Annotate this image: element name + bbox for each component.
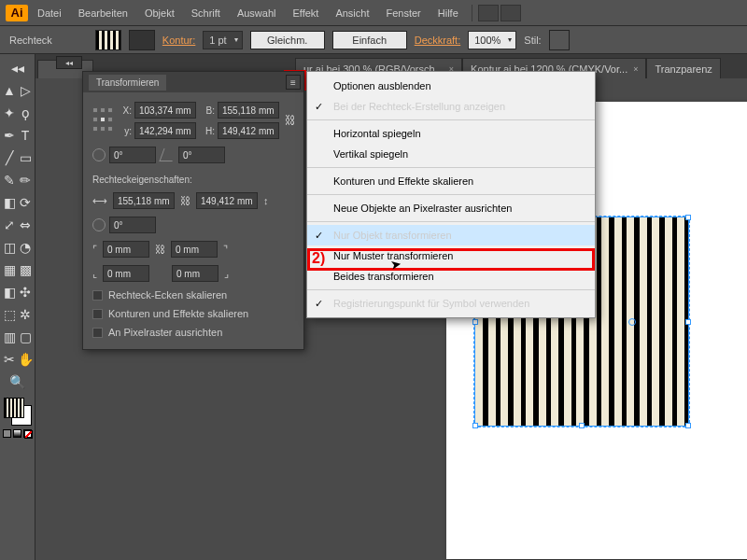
fill-swatch[interactable]: [95, 30, 121, 50]
align-pixel-checkbox[interactable]: An Pixelraster ausrichten: [92, 327, 294, 338]
dash-uniform-dropdown[interactable]: Gleichm.: [250, 31, 325, 49]
menu-view[interactable]: Ansicht: [328, 4, 376, 22]
width-tool[interactable]: ⇔: [19, 215, 33, 235]
mi-align-new[interactable]: Neue Objekte an Pixelraster ausrichten: [307, 198, 595, 218]
fill-stroke-indicator[interactable]: [4, 398, 32, 426]
mi-symbol-reg[interactable]: ✓Registrierungspunkt für Symbol verwende…: [307, 293, 595, 314]
reference-point[interactable]: [92, 107, 113, 133]
layout2-icon[interactable]: [500, 5, 521, 21]
scale-tool[interactable]: ⤢: [3, 215, 17, 235]
x-input[interactable]: 103,374 mm: [134, 102, 196, 119]
layout-icon[interactable]: [478, 5, 499, 21]
collapse-icon[interactable]: ◂◂: [6, 58, 30, 78]
line-tool[interactable]: ╱: [3, 147, 17, 168]
rect-h-input[interactable]: 149,412 mm: [196, 192, 258, 209]
x-label: X:: [119, 105, 132, 116]
rotate-input[interactable]: 0°: [109, 147, 156, 163]
color-mode-icons[interactable]: [3, 429, 32, 438]
perspective-tool[interactable]: ▦: [3, 259, 17, 280]
gradient-tool[interactable]: ◧: [3, 282, 17, 302]
panel-tab[interactable]: Transformieren: [89, 75, 166, 91]
graph-tool[interactable]: ▥: [3, 327, 17, 347]
corner-tr-input[interactable]: 0 mm: [171, 241, 218, 258]
hand-tool[interactable]: ✋: [19, 349, 33, 370]
menu-file[interactable]: Datei: [30, 4, 69, 22]
opacity-link[interactable]: Deckkraft:: [415, 35, 461, 46]
corner-tl-icon: ⌜: [92, 244, 97, 256]
rect-angle-input[interactable]: 0°: [109, 217, 156, 233]
check-icon: ✓: [315, 230, 323, 242]
mi-transform-both[interactable]: Beides transformieren: [307, 266, 595, 287]
link-icon[interactable]: ⛓: [180, 195, 190, 206]
free-tool[interactable]: ◫: [3, 237, 17, 258]
handle-r[interactable]: [685, 319, 691, 325]
close-icon[interactable]: ×: [633, 64, 638, 74]
mi-transform-object[interactable]: ✓Nur Objekt transformieren: [307, 225, 595, 245]
style-swatch[interactable]: [549, 30, 570, 50]
cursor-icon: ➤: [389, 256, 403, 273]
rect-w-input[interactable]: 155,118 mm: [113, 192, 175, 209]
stroke-link[interactable]: Kontur:: [162, 35, 195, 46]
corner-tl-input[interactable]: 0 mm: [103, 241, 149, 258]
rect-tool[interactable]: ▭: [19, 147, 33, 168]
slice-tool[interactable]: ✂: [3, 349, 17, 370]
stroke-weight-dropdown[interactable]: 1 pt: [203, 31, 242, 49]
mi-scale-strokes[interactable]: Konturen und Effekte skalieren: [307, 171, 595, 191]
mi-hide-options[interactable]: Optionen ausblenden: [307, 76, 595, 96]
menu-object[interactable]: Objekt: [137, 4, 182, 22]
y-input[interactable]: 142,294 mm: [134, 122, 196, 139]
mi-transform-pattern[interactable]: Nur Muster transformieren: [307, 245, 595, 266]
dash-basic-dropdown[interactable]: Einfach: [332, 31, 407, 49]
toolbox: ◂◂ ▲▷ ✦ϙ ✒T ╱▭ ✎✏ ◧⟳ ⤢⇔ ◫◔ ▦▩ ◧✣ ⬚✲ ▥▢ ✂…: [0, 54, 35, 560]
transform-panel: Transformieren ≡ X:103,374 mm y:142,294 …: [82, 71, 304, 350]
w-input[interactable]: 155,118 mm: [218, 102, 279, 119]
pencil-tool[interactable]: ✏: [19, 170, 33, 190]
artboard-tool[interactable]: ▢: [19, 327, 33, 347]
eyedropper-tool[interactable]: ✣: [19, 282, 33, 302]
magic-wand-tool[interactable]: ✦: [3, 103, 17, 123]
zoom-tool[interactable]: 🔍: [6, 371, 30, 392]
menu-type[interactable]: Schrift: [184, 4, 228, 22]
selection-tool[interactable]: ▲: [3, 80, 17, 101]
symbol-tool[interactable]: ✲: [19, 304, 33, 325]
handle-l[interactable]: [472, 319, 478, 325]
menu-select[interactable]: Auswahl: [230, 4, 284, 22]
mi-flip-h[interactable]: Horizontal spiegeln: [307, 123, 595, 144]
link-icon[interactable]: ⛓: [155, 244, 165, 255]
eraser-tool[interactable]: ◧: [3, 192, 17, 213]
h-input[interactable]: 149,412 mm: [218, 122, 279, 139]
handle-tr[interactable]: [685, 215, 691, 220]
direct-select-tool[interactable]: ▷: [19, 80, 33, 101]
opacity-dropdown[interactable]: 100%: [468, 31, 516, 49]
mesh-tool[interactable]: ▩: [19, 259, 33, 280]
menu-help[interactable]: Hilfe: [430, 4, 466, 22]
corner-bl-input[interactable]: 0 mm: [103, 265, 149, 282]
shear-input[interactable]: 0°: [178, 147, 225, 163]
handle-b[interactable]: [579, 423, 585, 428]
pen-tool[interactable]: ✒: [3, 125, 17, 146]
mi-flip-v[interactable]: Vertikal spiegeln: [307, 144, 595, 164]
type-tool[interactable]: T: [19, 125, 33, 146]
scale-corners-checkbox[interactable]: Rechteck-Ecken skalieren: [92, 289, 294, 301]
doc-tab-3[interactable]: Tranzparenz: [646, 58, 720, 78]
panel-flyout-menu: Optionen ausblenden ✓Bei der Rechteck-Er…: [306, 71, 596, 318]
menu-edit[interactable]: Bearbeiten: [71, 4, 135, 22]
panel-titlebar[interactable]: Transformieren ≡: [83, 72, 303, 92]
handle-br[interactable]: [685, 423, 691, 428]
lasso-tool[interactable]: ϙ: [19, 103, 33, 123]
blend-tool[interactable]: ⬚: [3, 304, 17, 325]
link-icon[interactable]: ⛓: [285, 114, 296, 127]
shape-builder-tool[interactable]: ◔: [19, 237, 33, 258]
corner-br-input[interactable]: 0 mm: [172, 265, 218, 282]
panel-collapse-icon[interactable]: ◂◂: [56, 56, 82, 69]
handle-bl[interactable]: [472, 423, 478, 428]
brush-tool[interactable]: ✎: [3, 170, 17, 190]
panel-menu-button[interactable]: ≡: [286, 75, 301, 90]
rotate-tool[interactable]: ⟳: [19, 192, 33, 213]
menu-window[interactable]: Fenster: [378, 4, 428, 22]
menu-effect[interactable]: Effekt: [285, 4, 326, 22]
mi-show-on-create[interactable]: ✓Bei der Rechteck-Erstellung anzeigen: [307, 96, 595, 117]
center-point[interactable]: [628, 318, 636, 326]
scale-strokes-checkbox[interactable]: Konturen und Effekte skalieren: [92, 308, 294, 319]
stroke-swatch[interactable]: [129, 30, 155, 50]
